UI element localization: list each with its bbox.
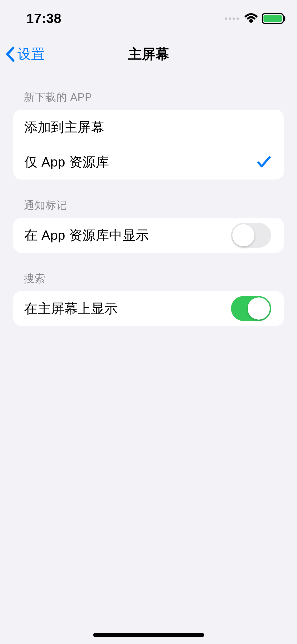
group-badges: 在 App 资源库中显示 [13, 218, 284, 253]
checkmark-icon [257, 156, 271, 168]
option-add-to-home[interactable]: 添加到主屏幕 [13, 110, 284, 145]
row-show-on-home: 在主屏幕上显示 [13, 291, 284, 326]
toggle-show-on-home[interactable] [231, 296, 271, 321]
row-label: 在 App 资源库中显示 [24, 227, 149, 244]
row-label: 在主屏幕上显示 [24, 300, 118, 318]
back-label: 设置 [17, 45, 45, 63]
section-header-new-apps: 新下载的 APP [13, 71, 284, 110]
home-indicator [93, 633, 204, 637]
row-show-in-app-library: 在 App 资源库中显示 [13, 218, 284, 253]
battery-icon [262, 13, 284, 24]
toggle-show-in-app-library[interactable] [231, 223, 271, 248]
back-button[interactable]: 设置 [5, 45, 45, 63]
status-time: 17:38 [26, 11, 62, 26]
option-app-library-only[interactable]: 仅 App 资源库 [13, 145, 284, 180]
option-label: 添加到主屏幕 [24, 118, 104, 136]
nav-bar: 设置 主屏幕 [0, 37, 297, 71]
status-bar: 17:38 [0, 0, 297, 37]
cellular-signal-icon [225, 17, 239, 20]
section-header-badges: 通知标记 [13, 180, 284, 218]
wifi-icon [244, 13, 258, 24]
chevron-left-icon [5, 46, 16, 62]
option-label: 仅 App 资源库 [24, 153, 109, 171]
section-header-search: 搜索 [13, 253, 284, 291]
page-title: 主屏幕 [128, 45, 169, 63]
group-search: 在主屏幕上显示 [13, 291, 284, 326]
group-new-apps: 添加到主屏幕 仅 App 资源库 [13, 110, 284, 180]
status-right [225, 13, 284, 24]
